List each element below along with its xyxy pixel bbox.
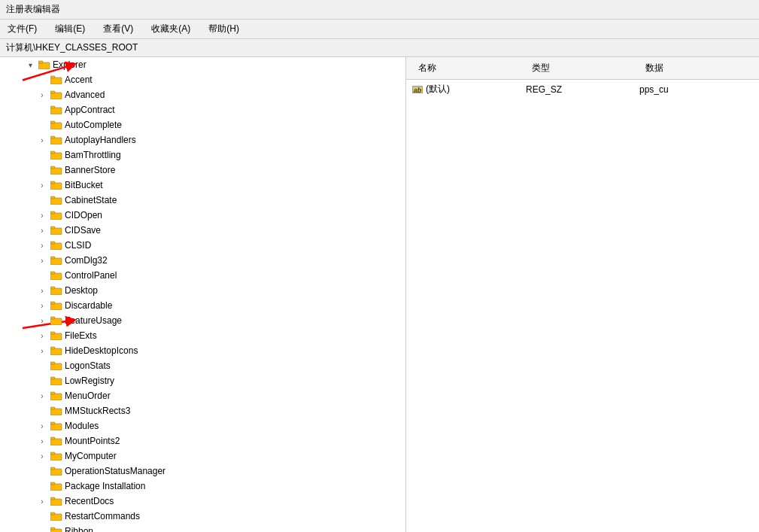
expand-button[interactable]: › <box>36 284 48 296</box>
menu-view[interactable]: 查看(V) <box>99 21 138 37</box>
tree-item[interactable]: › Desktop <box>0 283 405 298</box>
expand-button[interactable]: › <box>36 179 48 191</box>
tree-item[interactable]: › CIDSave <box>0 223 405 238</box>
expand-button[interactable]: › <box>36 299 48 312</box>
folder-icon <box>50 497 62 506</box>
tree-item[interactable]: Ribbon <box>0 524 405 532</box>
expand-button[interactable]: ▾ <box>24 59 36 71</box>
value-name: (默认) <box>426 83 450 96</box>
svg-rect-11 <box>50 106 55 108</box>
tree-item-label: OperationStatusManager <box>65 466 165 476</box>
svg-rect-6 <box>50 78 62 84</box>
folder-icon <box>50 527 62 532</box>
tree-pane[interactable]: ▾ Explorer Accent› Advanced AppContract … <box>0 57 406 532</box>
tree-item-label: HideDesktopIcons <box>65 345 138 356</box>
tree-item-label: BannerStore <box>65 165 115 175</box>
tree-item[interactable]: › CIDOpen <box>0 208 405 223</box>
svg-rect-32 <box>50 273 62 280</box>
svg-rect-27 <box>50 226 55 229</box>
svg-rect-37 <box>50 302 55 304</box>
tree-item-label: RestartCommands <box>65 511 140 521</box>
tree-item-label: AutoplayHandlers <box>65 135 136 145</box>
folder-icon <box>50 331 62 340</box>
tree-item[interactable]: › CLSID <box>0 238 405 253</box>
tree-item[interactable]: › AutoplayHandlers <box>0 132 405 147</box>
expand-button[interactable]: › <box>36 134 48 146</box>
expand-button[interactable]: › <box>36 239 48 251</box>
tree-item[interactable]: CabinetState <box>0 193 405 208</box>
folder-icon <box>50 75 62 84</box>
expand-button[interactable]: › <box>36 390 48 402</box>
tree-item[interactable]: BannerStore <box>0 163 405 178</box>
tree-item[interactable]: › ComDlg32 <box>0 253 405 268</box>
svg-rect-18 <box>50 168 62 175</box>
menu-favorites[interactable]: 收藏夹(A) <box>147 21 195 37</box>
tree-item-label: LowRegistry <box>65 375 114 386</box>
expand-button[interactable]: › <box>36 315 48 327</box>
expand-button[interactable]: › <box>36 345 48 357</box>
tree-item[interactable]: › MountPoints2 <box>0 433 405 448</box>
tree-item-label: CLSID <box>65 240 91 251</box>
tree-item[interactable]: › Advanced <box>0 87 405 102</box>
expand-button[interactable]: › <box>36 209 48 221</box>
tree-item[interactable]: LogonStats <box>0 358 405 373</box>
tree-item[interactable]: AutoComplete <box>0 117 405 132</box>
tree-item[interactable]: ▾ Explorer <box>0 57 405 72</box>
folder-icon <box>50 241 62 250</box>
svg-rect-29 <box>50 242 55 244</box>
tree-item[interactable]: › Discardable <box>0 298 405 313</box>
tree-item[interactable]: LowRegistry <box>0 373 405 388</box>
tree-item[interactable]: BamThrottling <box>0 147 405 163</box>
tree-item[interactable]: › RecentDocs <box>0 494 405 509</box>
svg-rect-36 <box>50 303 62 310</box>
folder-icon <box>50 421 62 430</box>
svg-rect-5 <box>38 61 43 63</box>
tree-item[interactable]: › MenuOrder <box>0 388 405 403</box>
tree-item[interactable]: › BitBucket <box>0 178 405 193</box>
tree-item[interactable]: › HideDesktopIcons <box>0 343 405 358</box>
svg-rect-48 <box>50 394 62 400</box>
tree-item[interactable]: AppContract <box>0 102 405 117</box>
expand-button[interactable]: › <box>36 330 48 342</box>
expand-button[interactable]: › <box>36 420 48 432</box>
tree-item-label: AppContract <box>65 105 115 115</box>
col-name-header: 名称 <box>412 60 526 76</box>
tree-item-label: BamThrottling <box>65 150 121 160</box>
svg-rect-22 <box>50 198 62 205</box>
tree-item[interactable]: OperationStatusManager <box>0 464 405 479</box>
value-data-cell: pps_cu <box>639 84 753 95</box>
tree-item[interactable]: Accent <box>0 72 405 87</box>
svg-rect-45 <box>50 362 55 364</box>
folder-icon <box>50 196 62 205</box>
tree-item-label: RecentDocs <box>65 496 114 506</box>
svg-rect-8 <box>50 93 62 99</box>
tree-item-label: FeatureUsage <box>65 315 122 326</box>
values-pane: 名称 类型 数据 ab (默认) REG_SZ pps_cu <box>406 57 759 532</box>
svg-rect-28 <box>50 243 62 250</box>
expand-button[interactable]: › <box>36 495 48 507</box>
tree-item-label: Package Installation <box>65 481 145 491</box>
tree-item[interactable]: ControlPanel <box>0 268 405 283</box>
folder-icon <box>50 271 62 280</box>
tree-item[interactable]: › Modules <box>0 418 405 433</box>
tree-item-label: FileExts <box>65 330 97 341</box>
menu-help[interactable]: 帮助(H) <box>204 21 244 37</box>
expand-button[interactable]: › <box>36 435 48 447</box>
svg-rect-14 <box>50 138 62 144</box>
expand-button[interactable]: › <box>36 450 48 462</box>
tree-item[interactable]: › FileExts <box>0 328 405 343</box>
expand-button[interactable]: › <box>36 89 48 101</box>
tree-item[interactable]: › MyComputer <box>0 448 405 464</box>
column-headers: 名称 类型 数据 <box>406 57 759 80</box>
tree-item[interactable]: Package Installation <box>0 479 405 494</box>
expand-button[interactable]: › <box>36 224 48 236</box>
tree-item[interactable]: RestartCommands <box>0 509 405 524</box>
menu-edit[interactable]: 编辑(E) <box>50 21 90 37</box>
tree-item[interactable]: MMStuckRects3 <box>0 403 405 418</box>
menu-file[interactable]: 文件(F) <box>3 21 41 37</box>
folder-icon <box>50 135 62 144</box>
tree-item[interactable]: › FeatureUsage <box>0 313 405 328</box>
svg-rect-44 <box>50 363 62 370</box>
registry-value-row[interactable]: ab (默认) REG_SZ pps_cu <box>406 80 759 99</box>
expand-button[interactable]: › <box>36 254 48 266</box>
